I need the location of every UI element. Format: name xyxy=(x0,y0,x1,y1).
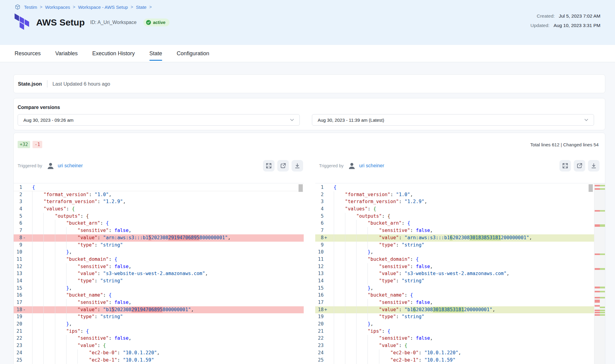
breadcrumb-link[interactable]: Workspace - AWS Setup xyxy=(78,5,128,10)
triggered-by-user-link[interactable]: uri scheiner xyxy=(58,163,83,168)
indent-guide xyxy=(334,342,334,349)
panel-header-new: Triggered by uri scheiner xyxy=(315,148,605,183)
line-number: 24 xyxy=(14,349,22,357)
workspace-header: Testim>Workspaces>Workspace - AWS Setup>… xyxy=(0,0,615,45)
indent-guide xyxy=(32,299,32,306)
diff-sign: - xyxy=(22,306,26,314)
tab-resources[interactable]: Resources xyxy=(15,45,41,62)
indent-guide xyxy=(32,198,32,206)
line-number: 10 xyxy=(315,249,324,256)
indent-guide xyxy=(367,313,368,321)
open-external-button[interactable] xyxy=(574,160,585,172)
code-line: 3"terraform_version": "1.2.9", xyxy=(14,198,304,206)
indent-guide xyxy=(334,220,334,227)
indent-guide xyxy=(43,292,44,299)
line-number: 1 xyxy=(315,184,324,191)
diff-sign xyxy=(22,227,26,234)
code-editor-new[interactable]: 1{2"format_version": "1.0",3"terraform_v… xyxy=(315,183,605,364)
expand-button[interactable] xyxy=(263,160,275,172)
status-badge-label: active xyxy=(153,20,166,25)
indent-guide xyxy=(345,342,345,349)
indent-guide xyxy=(334,270,334,277)
line-number: 9 xyxy=(315,242,324,249)
version-select-to[interactable]: Aug 30, 2023 - 11:39 am (Latest) xyxy=(312,114,594,126)
diff-sign xyxy=(324,357,328,364)
indent-guide xyxy=(55,349,55,357)
indent-guide xyxy=(66,306,67,314)
panel-actions xyxy=(263,160,304,172)
triggered-by-user-link[interactable]: uri scheiner xyxy=(359,163,384,168)
indent-guide xyxy=(345,299,345,306)
indent-guide xyxy=(66,242,67,249)
breadcrumb-link[interactable]: Testim xyxy=(24,5,37,10)
diff-sign xyxy=(324,191,328,199)
code-line: 6"bucket_arn": { xyxy=(315,220,605,227)
version-select-from[interactable]: Aug 30, 2023 - 09:26 am xyxy=(18,114,300,126)
line-number: 22 xyxy=(14,335,22,342)
indent-guide xyxy=(356,357,357,364)
indent-guide xyxy=(43,299,44,306)
tab-execution-history[interactable]: Execution History xyxy=(92,45,135,62)
terraform-logo xyxy=(15,13,29,32)
download-icon xyxy=(294,163,300,169)
code-line: 4"values": { xyxy=(14,206,304,213)
chevron-down-icon xyxy=(290,119,294,121)
indent-guide xyxy=(334,277,334,285)
code-line: 17"sensitive": false, xyxy=(315,299,605,306)
indent-guide xyxy=(356,306,357,314)
diff-sign xyxy=(324,299,328,306)
open-external-button[interactable] xyxy=(277,160,289,172)
compare-versions-title: Compare versions xyxy=(18,105,594,110)
line-number: 8 xyxy=(14,234,22,242)
last-updated-text: Last Updated 6 hours ago xyxy=(53,81,110,87)
diff-sign xyxy=(22,184,26,191)
expand-button[interactable] xyxy=(559,160,571,172)
indent-guide xyxy=(334,242,334,249)
code-editor-old[interactable]: 1{2"format_version": "1.0",3"terraform_v… xyxy=(14,183,304,364)
breadcrumb-separator: > xyxy=(73,5,75,9)
created-label: Created: xyxy=(537,13,555,19)
tab-configuration[interactable]: Configuration xyxy=(177,45,209,62)
indent-guide xyxy=(367,263,368,270)
indent-guide xyxy=(55,220,55,227)
indent-guide xyxy=(55,256,55,263)
code-line: 3"terraform_version": "1.2.9", xyxy=(315,198,605,206)
indent-guide xyxy=(334,191,334,199)
code-line: 20}, xyxy=(14,321,304,328)
code-line: 14"type": "string" xyxy=(14,277,304,285)
diff-sign xyxy=(22,349,26,357)
version-selects: Aug 30, 2023 - 09:26 am Aug 30, 2023 - 1… xyxy=(18,114,594,126)
breadcrumb-link[interactable]: Workspaces xyxy=(45,5,70,10)
user-avatar-icon xyxy=(348,162,356,170)
code-line: 1{ xyxy=(315,184,605,191)
line-number: 13 xyxy=(14,270,22,277)
download-button[interactable] xyxy=(588,160,600,172)
diff-sign xyxy=(324,206,328,213)
indent-guide xyxy=(32,357,32,364)
state-file-bar: State.json Last Updated 6 hours ago xyxy=(13,74,605,93)
line-number: 16 xyxy=(14,292,22,299)
download-button[interactable] xyxy=(292,160,303,172)
code-line: 16"bucket_name": { xyxy=(14,292,304,299)
code-line: 12"sensitive": false, xyxy=(315,263,605,270)
indent-guide xyxy=(356,335,357,342)
code-line: 17"sensitive": false, xyxy=(14,299,304,306)
indent-guide xyxy=(32,234,32,242)
indent-guide xyxy=(32,249,32,256)
indent-guide xyxy=(43,234,44,242)
tab-state[interactable]: State xyxy=(149,45,162,62)
indent-guide xyxy=(55,321,55,328)
breadcrumb-link[interactable]: State xyxy=(136,5,146,10)
indent-guide xyxy=(356,249,357,256)
indent-guide xyxy=(66,270,67,277)
line-number: 17 xyxy=(14,299,22,306)
tab-variables[interactable]: Variables xyxy=(55,45,78,62)
line-number: 7 xyxy=(14,227,22,234)
check-circle-icon xyxy=(146,20,151,25)
code-line: 7"sensitive": false, xyxy=(14,227,304,234)
indent-guide xyxy=(43,220,44,227)
indent-guide xyxy=(43,249,44,256)
indent-guide xyxy=(43,227,44,234)
indent-guide xyxy=(32,263,32,270)
breadcrumb: Testim>Workspaces>Workspace - AWS Setup>… xyxy=(15,0,600,10)
